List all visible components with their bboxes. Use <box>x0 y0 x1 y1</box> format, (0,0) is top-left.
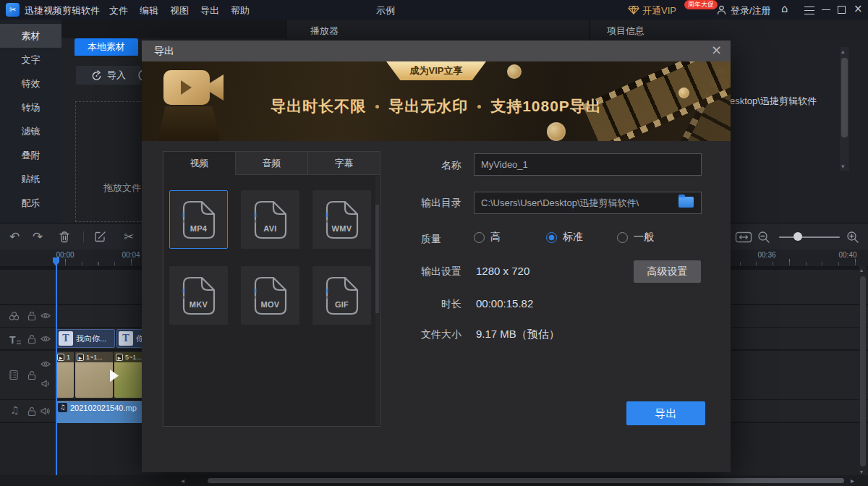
tab-video-formats[interactable]: 视频 <box>163 152 236 175</box>
minimize-button[interactable] <box>822 9 830 10</box>
scrollbar-thumb[interactable] <box>841 58 848 137</box>
menu-item-export[interactable]: 导出 <box>200 4 219 17</box>
undo-button[interactable]: ↶ <box>9 230 20 243</box>
tab-project-info[interactable]: 项目信息 <box>607 25 644 38</box>
export-button[interactable]: 导出 <box>626 401 705 425</box>
file-icon <box>254 200 287 239</box>
radio-label: 标准 <box>563 231 583 244</box>
sidebar-item-media[interactable]: 素材 <box>0 24 61 48</box>
edit-clip-button[interactable] <box>94 231 106 242</box>
vertical-scrollbar-thumb[interactable] <box>860 276 866 466</box>
scroll-up-icon[interactable]: ▴ <box>860 267 863 273</box>
eye-icon[interactable] <box>41 361 51 367</box>
radio-icon[interactable] <box>617 232 628 243</box>
sidebar-item-music[interactable]: 配乐 <box>0 191 61 215</box>
fit-timeline-button[interactable] <box>735 231 752 243</box>
tab-local-media[interactable]: 本地素材 <box>75 38 138 56</box>
radio-icon[interactable] <box>474 232 485 243</box>
open-vip-button[interactable]: 开通VIP <box>642 4 676 17</box>
speaker-icon[interactable] <box>41 407 50 415</box>
dropzone-hint: 拖放文件 <box>103 182 141 195</box>
video-clip[interactable]: ▶1~1... <box>75 352 113 398</box>
format-option-mp4[interactable]: MP4 <box>169 190 228 249</box>
video-clip[interactable]: ▶1 <box>56 352 74 398</box>
import-button[interactable]: 导入 <box>76 66 141 85</box>
redo-button[interactable]: ↷ <box>33 230 43 243</box>
sidebar-item-filters[interactable]: 滤镜 <box>0 119 61 143</box>
lock-icon[interactable] <box>27 370 36 380</box>
sidebar-item-text[interactable]: 文字 <box>0 48 61 72</box>
format-option-avi[interactable]: AVI <box>241 190 299 249</box>
vip-feature: 导出时长不限 <box>271 96 366 116</box>
dialog-close-button[interactable]: × <box>711 42 722 57</box>
format-label: AVI <box>242 224 299 233</box>
tab-player[interactable]: 播放器 <box>310 25 339 38</box>
speaker-icon[interactable] <box>41 380 51 388</box>
format-label: MP4 <box>170 224 227 233</box>
close-window-button[interactable]: × <box>854 2 863 15</box>
eye-icon[interactable] <box>41 336 51 342</box>
quality-option-standard[interactable]: 标准 <box>546 231 583 244</box>
format-option-mov[interactable]: MOV <box>241 266 299 325</box>
scroll-down-icon[interactable]: ▾ <box>841 163 845 170</box>
home-icon[interactable]: ⌂ <box>781 2 788 15</box>
split-scissors-button[interactable]: ✂ <box>124 230 134 243</box>
sidebar-item-transitions[interactable]: 转场 <box>0 95 61 119</box>
output-dir-input[interactable]: C:\Users\User\Desktop\迅捷剪辑软件\ <box>474 192 702 214</box>
zoom-slider-track[interactable] <box>779 236 840 238</box>
menu-item-view[interactable]: 视图 <box>170 4 189 17</box>
media-panel-tabstrip <box>61 20 286 38</box>
scroll-left-icon[interactable]: ◂ <box>181 477 184 485</box>
project-panel-header: 项目信息 <box>590 20 868 40</box>
dot-separator <box>477 105 481 108</box>
maximize-button[interactable] <box>838 6 846 14</box>
quality-option-high[interactable]: 高 <box>474 231 501 244</box>
delete-button[interactable] <box>59 231 70 243</box>
lock-icon[interactable] <box>27 406 36 416</box>
format-tabs: 视频 音频 字幕 <box>163 152 380 175</box>
scroll-up-icon[interactable]: ▴ <box>841 48 845 55</box>
vip-promo-banner[interactable]: 成为VIP立享 导出时长不限 导出无水印 支持1080P导出 <box>142 61 731 141</box>
video-clip-label: 1~1... <box>86 354 103 361</box>
zoom-slider-handle[interactable] <box>793 232 802 241</box>
name-input[interactable]: MyVideo_1 <box>474 153 702 176</box>
vip-gem-icon[interactable] <box>628 5 639 14</box>
hamburger-menu-icon[interactable] <box>804 7 814 14</box>
sidebar-item-stickers[interactable]: 贴纸 <box>0 167 61 191</box>
export-dialog-title: 导出 <box>154 45 174 58</box>
project-panel-scrollbar[interactable]: ▴ ▾ <box>840 47 849 171</box>
format-label: MOV <box>242 300 299 309</box>
eye-icon[interactable] <box>41 312 51 319</box>
zoom-in-button[interactable] <box>846 231 859 244</box>
coin-decoration <box>507 64 522 79</box>
file-icon <box>326 276 359 315</box>
horizontal-scrollbar-thumb[interactable] <box>208 478 844 483</box>
menu-item-edit[interactable]: 编辑 <box>140 4 158 17</box>
advanced-settings-button[interactable]: 高级设置 <box>634 260 701 283</box>
horizontal-scrollbar[interactable]: ◂ ▸ <box>0 475 868 486</box>
radio-label: 高 <box>490 231 501 244</box>
zoom-out-button[interactable] <box>757 231 770 244</box>
format-label: WMV <box>313 224 370 233</box>
quality-option-normal[interactable]: 一般 <box>617 231 654 244</box>
duration-value: 00:00:15.82 <box>476 297 533 310</box>
radio-label: 一般 <box>634 231 654 244</box>
sidebar-item-effects[interactable]: 特效 <box>0 72 61 95</box>
text-clip[interactable]: T 我向你... <box>56 329 115 348</box>
format-option-mkv[interactable]: MKV <box>169 266 228 325</box>
login-register-button[interactable]: 登录/注册 <box>731 4 771 17</box>
lock-icon[interactable] <box>27 334 36 344</box>
play-badge-icon: ▶ <box>77 354 84 361</box>
radio-icon[interactable] <box>546 232 557 243</box>
scroll-right-icon[interactable]: ▸ <box>851 477 854 485</box>
menu-item-help[interactable]: 帮助 <box>231 4 250 17</box>
scroll-down-icon[interactable]: ▾ <box>860 469 863 475</box>
app-logo-icon: ✂ <box>6 3 20 17</box>
tab-audio-formats[interactable]: 音频 <box>236 152 308 175</box>
browse-folder-icon[interactable] <box>678 197 694 208</box>
menu-item-file[interactable]: 文件 <box>109 4 128 17</box>
sidebar-item-overlays[interactable]: 叠附 <box>0 143 61 167</box>
scrollbar-thumb[interactable] <box>375 205 379 313</box>
vip-features: 导出时长不限 导出无水印 支持1080P导出 <box>142 96 731 116</box>
lock-icon[interactable] <box>27 311 36 320</box>
